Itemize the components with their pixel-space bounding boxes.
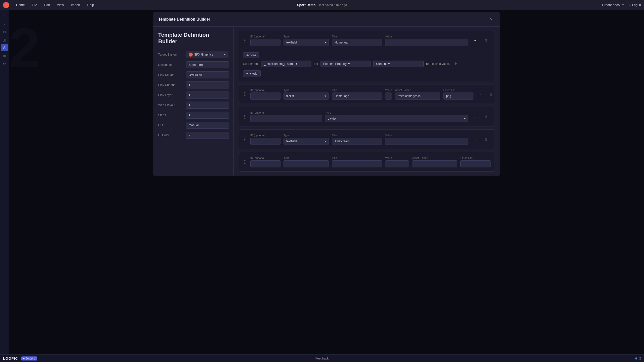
sidebar-icon-menu[interactable]: ≡ [1,12,8,19]
sidebar-icon-settings[interactable]: ⚙ [1,60,8,67]
menu-home[interactable]: Home [13,2,28,8]
block5-value-input[interactable] [385,160,409,167]
block1-title-col: Title [332,35,382,46]
drag-handle-5[interactable] [243,159,247,165]
description-label: Description [158,63,186,67]
play-server-input[interactable] [186,71,229,78]
block2-extension-input[interactable] [443,93,473,100]
create-account-button[interactable]: Create account [602,3,624,7]
discord-button[interactable]: ● Discord [21,356,37,360]
block2-asset-folder-col: Asset Folder [395,88,440,100]
menu-view[interactable]: View [54,2,67,8]
target-system-row: Target System SPX Graphics [158,51,228,58]
block2-delete-button[interactable]: 🗑 [488,90,495,98]
block2-id-col: ID (optional) [250,88,280,100]
block4-id-label: ID (optional) [250,134,280,137]
block5-type-input[interactable] [284,160,329,167]
menu-import[interactable]: Import [68,2,83,8]
block2-id-label: ID (optional) [250,88,280,92]
block1-expand-col: ▾ [471,37,479,44]
property-select[interactable]: Element Property [320,61,371,67]
top-bar-right: Create account → Log in [602,3,641,7]
menu-file[interactable]: File [29,2,40,8]
drag-handle-2[interactable] [243,91,247,97]
sidebar-icon-scene[interactable]: S [1,44,8,51]
sidebar-icon-layers[interactable]: ◫ [1,36,8,43]
set-label: set [314,62,318,66]
block1-value-input[interactable] [385,39,468,46]
content-select-value: Content [376,62,387,66]
block4-type-select[interactable]: textfield [284,138,329,145]
drag-handle-1[interactable] [243,38,247,43]
modal-header: Template Definition Builder × [153,12,500,27]
block3-id-input[interactable] [250,115,322,122]
sidebar-icon-resources[interactable]: ○ [1,20,8,27]
block2-asset-folder-input[interactable] [395,93,440,100]
block2-type-col: Type filelist [284,88,329,100]
menu-help[interactable]: Help [84,2,97,8]
add-label: + Add [250,72,257,75]
login-button[interactable]: → Log in [627,3,641,7]
block1-id-input[interactable] [250,39,280,46]
block2-type-select[interactable]: filelist [284,93,329,100]
block1-type-col: Type textfield [284,35,329,46]
block5-asset-folder-input[interactable] [412,160,457,167]
play-channel-input[interactable] [186,81,229,88]
block2-value-label: Value [385,88,392,92]
block1-title-input[interactable] [332,39,382,46]
drag-handle-3[interactable] [243,114,247,120]
block3-expand-button[interactable]: › [471,113,478,120]
target-system-select[interactable]: SPX Graphics [186,51,228,58]
block5-id-col: ID (optional) [250,156,280,167]
actions-tab-header[interactable]: Actions [243,52,259,58]
action-delete-button[interactable]: 🗑 [452,60,459,67]
block2-expand-button[interactable]: › [476,90,484,98]
block1-value-label: Value [385,35,468,38]
description-input[interactable] [186,61,229,68]
out-input[interactable] [186,122,229,129]
block4-value-input[interactable] [385,138,468,145]
block5-extension-input[interactable] [460,160,491,167]
web-playout-input[interactable] [186,102,229,109]
left-sidebar: ≡ ○ ⊡ ◫ S ⊞ ⚙ [0,10,9,362]
content-select[interactable]: Content [373,61,424,67]
block4-id-input[interactable] [250,138,280,145]
target-system-value: SPX Graphics [194,53,213,56]
block4-delete-button[interactable]: 🗑 [482,136,490,143]
trash-icon: 🗑 [484,38,488,42]
modal-container: Template Definition Builder × Template D… [153,12,500,176]
block5-id-input[interactable] [250,160,280,167]
sidebar-icon-assets[interactable]: ⊞ [1,52,8,59]
add-action-button[interactable]: + + Add [243,70,261,77]
field-block-row-2: ID (optional) Type filelist Title [243,88,491,100]
block2-expand-col: › [476,90,485,98]
block4-title-col: Title [332,134,382,145]
menu-edit[interactable]: Edit [41,2,53,8]
block5-title-input[interactable] [332,160,382,167]
block2-value-input[interactable] [385,93,392,100]
target-system-label: Target System [158,53,186,56]
block3-delete-button[interactable]: 🗑 [482,113,490,120]
element-select[interactable]: _mainContent_t1name [261,61,311,67]
block1-expand-button[interactable]: ▾ [471,37,478,44]
sidebar-icon-grid[interactable]: ⊡ [1,28,8,35]
steps-input[interactable] [186,112,229,119]
drag-handle-4[interactable] [243,137,247,142]
block1-delete-button[interactable]: 🗑 [482,37,490,44]
block3-id-col: ID (optional) [250,111,322,122]
ui-color-input[interactable] [186,132,229,139]
block4-title-input[interactable] [332,138,382,145]
block4-expand-button[interactable]: › [471,136,478,143]
block2-title-input[interactable] [332,93,382,100]
block3-type-select[interactable]: divider [325,115,468,122]
play-layer-input[interactable] [186,92,229,99]
play-channel-row: Play Channel [158,81,228,88]
modal-close-button[interactable]: × [488,16,495,23]
block2-id-input[interactable] [250,93,280,100]
block3-type-chevron [464,117,466,120]
block2-type-value: filelist [286,94,294,98]
block1-delete-col: 🗑 [482,37,491,44]
field-block-home-logo: ID (optional) Type filelist Title [239,84,495,104]
block1-type-select[interactable]: textfield [284,39,329,46]
block4-id-col: ID (optional) [250,134,280,145]
